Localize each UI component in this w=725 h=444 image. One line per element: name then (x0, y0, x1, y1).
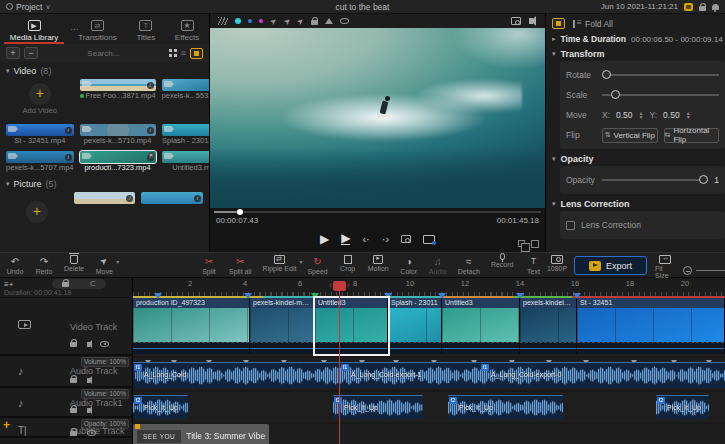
project-menu[interactable]: Project ∨ (6, 2, 51, 12)
fade-badge[interactable]: f1 (481, 364, 489, 371)
video-track-lane[interactable]: production ID_497323 pexels-kindel-media… (133, 298, 725, 356)
toolbar-button[interactable]: Motion (368, 255, 389, 275)
info-icon[interactable]: i (65, 127, 72, 134)
toolbar-button[interactable]: Delete (64, 255, 84, 275)
rotate-slider[interactable] (602, 74, 719, 76)
fade-badge[interactable]: f2 (334, 397, 342, 404)
timeline-content[interactable]: 2468101214161820 production ID_497323 pe… (133, 278, 725, 444)
info-icon[interactable]: i (147, 82, 154, 89)
pointer-box-tool-icon[interactable]: ➤ (295, 15, 306, 26)
toolbar-button[interactable]: Ripple Edit (263, 255, 297, 275)
volume-icon[interactable] (529, 18, 533, 24)
video-clip[interactable]: Splash - 23011 (388, 298, 442, 354)
video-clip[interactable]: production ID_497323 (133, 298, 250, 354)
track-mute-icon[interactable] (87, 408, 90, 413)
audio-clip[interactable]: f1 A_Long_Cold-export-1 (340, 362, 480, 388)
video-clip[interactable]: St - 32451 (577, 298, 725, 354)
picture-section-header[interactable]: ▾ Picture (5) (6, 177, 203, 190)
add-media-button[interactable]: + (6, 47, 20, 59)
lens-correction-checkbox[interactable] (566, 221, 575, 230)
track-mute-icon[interactable] (87, 378, 90, 383)
notifications-icon[interactable] (712, 4, 719, 10)
timeline-zoom-control[interactable] (683, 262, 725, 279)
preview-seekbar[interactable] (210, 208, 545, 216)
toolbar-button[interactable]: Text (524, 255, 542, 275)
audio-clip[interactable]: f2 Pick_It_Up (656, 395, 709, 419)
track-header[interactable]: Volume: 100% Audio Track1 (0, 388, 132, 418)
toolbar-button[interactable]: Detach (458, 255, 480, 275)
playhead[interactable] (329, 280, 350, 291)
marker-blue-icon[interactable] (248, 19, 252, 23)
zoom-slider[interactable] (696, 270, 725, 271)
video-clip[interactable]: pexels-kindel-media-76 (520, 298, 577, 354)
panel-toggle-icon[interactable] (190, 48, 203, 59)
info-icon[interactable]: i (194, 195, 201, 202)
fade-badge[interactable]: f2 (134, 397, 142, 404)
play-fast-button[interactable]: ▶ (341, 233, 350, 245)
fade-badge[interactable]: f2 (657, 397, 665, 404)
subtitle-track-lane[interactable]: SEE YOU Title 3: Summer Vibe (133, 424, 725, 444)
lock-all-icon[interactable] (62, 282, 69, 287)
scale-handle[interactable] (611, 90, 620, 99)
track-visibility-icon[interactable] (100, 341, 109, 347)
audio-clip[interactable]: f2 Pick_It_Up (133, 395, 188, 419)
toolbar-button[interactable]: Crop (339, 255, 357, 275)
close-icon[interactable]: × (148, 152, 155, 159)
audio-meter-icon[interactable] (218, 17, 228, 25)
transform-section-header[interactable]: ▾ Transform (552, 47, 725, 61)
output-display-button[interactable] (423, 235, 435, 244)
track-header[interactable]: Video Track (0, 298, 132, 356)
play-button[interactable]: ▶ (320, 232, 329, 246)
lock-icon[interactable] (699, 6, 706, 11)
seek-handle[interactable] (237, 209, 243, 215)
fade-badge[interactable]: f1 (341, 364, 349, 371)
media-item[interactable]: i × St - 32451.mp4 (6, 124, 74, 146)
list-view-icon[interactable]: ≡ (181, 49, 186, 57)
toolbar-button[interactable]: Audio (429, 255, 447, 275)
media-item[interactable]: i × Splash - 23011.mp4 (162, 124, 209, 146)
toolbar-button[interactable]: Color (400, 255, 418, 275)
next-frame-button[interactable]: ·› (382, 233, 389, 245)
lens-section-header[interactable]: ▾ Lens Correction (552, 197, 725, 211)
playhead-handle[interactable] (333, 281, 346, 291)
timeline-ruler[interactable]: 2468101214161820 (133, 278, 725, 298)
media-item[interactable]: i × pexels-k...5532.mp4 (162, 79, 209, 119)
toolbar-button[interactable]: Undo (6, 255, 24, 275)
track-lock-icon[interactable] (70, 378, 77, 383)
horizontal-flip-button[interactable]: ⇆ Horizontal Flip (664, 128, 720, 143)
video-section-header[interactable]: ▾ Video (8) (6, 64, 203, 77)
resolution-button[interactable]: 1080P (548, 255, 566, 279)
tab-effects[interactable]: Effects (173, 20, 201, 42)
search-input[interactable] (42, 49, 165, 58)
remove-media-button[interactable]: − (24, 47, 38, 59)
track-mute-icon[interactable] (87, 342, 90, 347)
pointer-add-tool-icon[interactable]: ➤ (282, 15, 293, 26)
properties-toggle-icon[interactable] (552, 18, 565, 29)
zoom-out-icon[interactable] (683, 266, 692, 275)
scale-slider[interactable] (602, 94, 719, 96)
toolbar-button[interactable]: Split all (229, 255, 252, 275)
x-value[interactable]: 0.50 (616, 110, 633, 120)
track-lock-icon[interactable] (70, 431, 77, 436)
x-stepper[interactable]: ▲▼ (639, 111, 644, 119)
media-item[interactable]: i (74, 192, 136, 232)
info-icon[interactable]: i (65, 154, 72, 161)
marker-cyan-icon[interactable] (235, 18, 241, 24)
ellipse-tool-icon[interactable] (340, 18, 349, 24)
audio-clip[interactable]: f1 A_Long_Cold-export-0 (480, 362, 725, 388)
track-visibility-icon[interactable] (87, 430, 96, 436)
audio-track-lane[interactable]: f1 A_Long_Cold f1 A_Long_Cold-export-1 f (133, 358, 725, 390)
pointer-tool-icon[interactable]: ➤ (268, 15, 279, 26)
video-clip[interactable]: Untitled3 (315, 298, 388, 354)
fade-badge[interactable]: f1 (134, 364, 142, 371)
manage-tracks-icon[interactable]: ≡+ (4, 280, 13, 289)
add-picture-button[interactable]: + (6, 192, 68, 232)
video-viewport[interactable] (210, 28, 545, 208)
refresh-icon[interactable]: ⊂ (89, 280, 96, 288)
rotate-handle[interactable] (602, 70, 611, 79)
y-stepper[interactable]: ▲▼ (686, 111, 691, 119)
add-track-button[interactable]: + (3, 418, 10, 432)
track-lock-icon[interactable] (70, 342, 77, 347)
media-item[interactable]: i × Untitled3.mp4 (162, 151, 209, 173)
vertical-flip-button[interactable]: ⇅ Vertical Flip (602, 128, 658, 143)
